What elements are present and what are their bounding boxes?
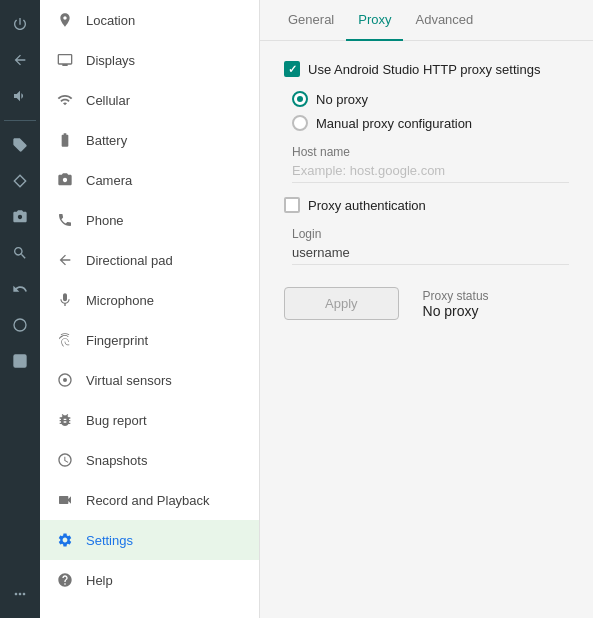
manual-proxy-radio[interactable]	[292, 115, 308, 131]
proxy-auth-label: Proxy authentication	[308, 198, 426, 213]
sidebar-item-virtual-sensors-label: Virtual sensors	[86, 373, 172, 388]
use-android-studio-row[interactable]: ✓ Use Android Studio HTTP proxy settings	[284, 61, 569, 77]
snapshots-icon	[56, 451, 74, 469]
proxy-content: ✓ Use Android Studio HTTP proxy settings…	[260, 41, 593, 618]
bug-report-icon	[56, 411, 74, 429]
sidebar-item-camera[interactable]: Camera	[40, 160, 259, 200]
sidebar-item-settings[interactable]: Settings	[40, 520, 259, 560]
proxy-auth-row[interactable]: Proxy authentication	[284, 197, 569, 213]
square-icon[interactable]	[4, 345, 36, 377]
sidebar-item-cellular-label: Cellular	[86, 93, 130, 108]
host-name-section: Host name Example: host.google.com	[284, 145, 569, 183]
sidebar-item-record-playback[interactable]: Record and Playback	[40, 480, 259, 520]
toolbar	[0, 0, 40, 618]
host-name-divider	[292, 182, 569, 183]
sidebar-item-directional-pad-label: Directional pad	[86, 253, 173, 268]
circle-icon[interactable]	[4, 309, 36, 341]
location-icon	[56, 11, 74, 29]
use-android-studio-label: Use Android Studio HTTP proxy settings	[308, 62, 540, 77]
no-proxy-row[interactable]: No proxy	[292, 91, 569, 107]
sidebar-item-snapshots[interactable]: Snapshots	[40, 440, 259, 480]
sidebar: Location Displays Cellular Battery Camer…	[40, 0, 260, 618]
svg-point-2	[63, 378, 67, 382]
sidebar-item-phone-label: Phone	[86, 213, 124, 228]
displays-icon	[56, 51, 74, 69]
record-playback-icon	[56, 491, 74, 509]
sidebar-item-help[interactable]: Help	[40, 560, 259, 600]
camera-icon[interactable]	[4, 201, 36, 233]
manual-proxy-label: Manual proxy configuration	[316, 116, 472, 131]
sidebar-item-microphone-label: Microphone	[86, 293, 154, 308]
zoom-icon[interactable]	[4, 237, 36, 269]
sidebar-item-help-label: Help	[86, 573, 113, 588]
volume-icon[interactable]	[4, 80, 36, 112]
host-name-placeholder: Example: host.google.com	[292, 163, 569, 178]
settings-icon	[56, 531, 74, 549]
manual-proxy-row[interactable]: Manual proxy configuration	[292, 115, 569, 131]
tab-proxy[interactable]: Proxy	[346, 0, 403, 41]
tab-general[interactable]: General	[276, 0, 346, 41]
cellular-icon	[56, 91, 74, 109]
sidebar-item-location-label: Location	[86, 13, 135, 28]
undo-icon[interactable]	[4, 273, 36, 305]
sidebar-item-camera-label: Camera	[86, 173, 132, 188]
sidebar-item-fingerprint-label: Fingerprint	[86, 333, 148, 348]
main-content: General Proxy Advanced ✓ Use Android Stu…	[260, 0, 593, 618]
sidebar-item-microphone[interactable]: Microphone	[40, 280, 259, 320]
virtual-sensors-icon	[56, 371, 74, 389]
no-proxy-label: No proxy	[316, 92, 368, 107]
sidebar-item-bug-report[interactable]: Bug report	[40, 400, 259, 440]
check-mark: ✓	[288, 63, 297, 76]
login-label: Login	[292, 227, 569, 241]
directional-pad-icon	[56, 251, 74, 269]
sidebar-item-settings-label: Settings	[86, 533, 133, 548]
phone-icon	[56, 211, 74, 229]
no-proxy-radio[interactable]	[292, 91, 308, 107]
proxy-status-label: Proxy status	[423, 289, 489, 303]
tab-advanced[interactable]: Advanced	[403, 0, 485, 41]
proxy-radio-group: No proxy Manual proxy configuration	[284, 91, 569, 131]
sidebar-item-bug-report-label: Bug report	[86, 413, 147, 428]
use-android-studio-checkbox[interactable]: ✓	[284, 61, 300, 77]
proxy-status-value: No proxy	[423, 303, 489, 319]
sidebar-item-snapshots-label: Snapshots	[86, 453, 147, 468]
sidebar-item-directional-pad[interactable]: Directional pad	[40, 240, 259, 280]
help-icon	[56, 571, 74, 589]
proxy-status-section: Proxy status No proxy	[423, 289, 489, 319]
sidebar-item-location[interactable]: Location	[40, 0, 259, 40]
proxy-settings: ✓ Use Android Studio HTTP proxy settings…	[284, 61, 569, 320]
tab-bar: General Proxy Advanced	[260, 0, 593, 41]
power-icon[interactable]	[4, 8, 36, 40]
svg-point-0	[14, 319, 26, 331]
microphone-icon	[56, 291, 74, 309]
diamond-icon[interactable]	[4, 165, 36, 197]
camera-sidebar-icon	[56, 171, 74, 189]
sidebar-item-record-playback-label: Record and Playback	[86, 493, 210, 508]
action-row: Apply Proxy status No proxy	[284, 287, 569, 320]
login-divider	[292, 264, 569, 265]
more-icon[interactable]	[4, 578, 36, 610]
sidebar-item-fingerprint[interactable]: Fingerprint	[40, 320, 259, 360]
sidebar-item-cellular[interactable]: Cellular	[40, 80, 259, 120]
svg-rect-1	[14, 355, 26, 367]
host-name-label: Host name	[292, 145, 569, 159]
sidebar-item-virtual-sensors[interactable]: Virtual sensors	[40, 360, 259, 400]
proxy-auth-checkbox[interactable]	[284, 197, 300, 213]
sidebar-item-displays-label: Displays	[86, 53, 135, 68]
sidebar-item-phone[interactable]: Phone	[40, 200, 259, 240]
username-value: username	[292, 245, 569, 260]
tag-icon[interactable]	[4, 129, 36, 161]
apply-button[interactable]: Apply	[284, 287, 399, 320]
back-icon[interactable]	[4, 44, 36, 76]
login-section: Login username	[284, 227, 569, 265]
battery-icon	[56, 131, 74, 149]
fingerprint-icon	[56, 331, 74, 349]
sidebar-item-battery[interactable]: Battery	[40, 120, 259, 160]
sidebar-item-displays[interactable]: Displays	[40, 40, 259, 80]
sidebar-item-battery-label: Battery	[86, 133, 127, 148]
